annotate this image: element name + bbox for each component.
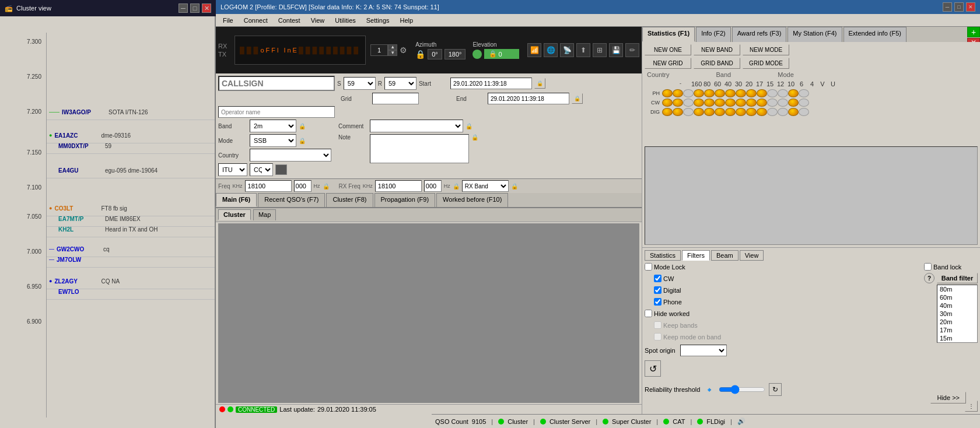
app-minimize-btn[interactable]: ─	[943, 2, 952, 12]
cluster-tab-beam[interactable]: Beam	[711, 250, 738, 261]
band-filter-80m[interactable]: 80m	[937, 285, 977, 293]
wifi-icon-btn[interactable]: 📶	[527, 43, 541, 57]
callsign[interactable]: ZL2AGY	[54, 278, 101, 285]
callsign[interactable]: EA4GU	[58, 167, 105, 174]
callsign[interactable]: EW7LO	[58, 289, 105, 295]
tab-worked[interactable]: Worked before (F10)	[436, 193, 508, 207]
list-item[interactable]: ● EA1AZC dme-09316	[47, 132, 215, 143]
pen-icon-btn[interactable]: ✏	[625, 43, 639, 57]
tab-cluster[interactable]: Cluster (F8)	[326, 193, 373, 207]
list-item[interactable]: — GW2CWO cq	[47, 245, 215, 257]
callsign[interactable]: KH2L	[58, 226, 105, 233]
rx-band-lock-icon[interactable]: 🔒	[511, 183, 518, 190]
rx-freq-lock-icon[interactable]: 🔒	[453, 183, 460, 190]
list-item[interactable]: —— IW3AGO/P SOTA I/TN-126	[47, 108, 215, 120]
cluster-close-btn[interactable]: ✕	[202, 3, 211, 13]
menu-connect[interactable]: Connect	[239, 16, 272, 25]
cluster-tab-stats[interactable]: Statistics	[645, 250, 681, 261]
operator-input[interactable]	[218, 106, 335, 118]
note-lock-icon[interactable]: 🔒	[471, 134, 478, 141]
spinner-up-btn[interactable]: ▲	[388, 44, 397, 50]
menu-contest[interactable]: Contest	[274, 16, 305, 25]
app-close-btn[interactable]: ✕	[966, 2, 975, 12]
callsign-input[interactable]	[218, 76, 335, 91]
extra-btn[interactable]: ⋮	[965, 401, 978, 412]
end-lock-btn[interactable]: 🔒	[572, 93, 583, 104]
grid-input[interactable]	[372, 93, 419, 104]
arrow-up-icon-btn[interactable]: ⬆	[576, 43, 590, 57]
list-item[interactable]: EW7LO	[47, 288, 215, 300]
menu-settings[interactable]: Settings	[362, 16, 394, 25]
cluster-minimize-btn[interactable]: ─	[178, 3, 188, 13]
new-band-btn[interactable]: NEW BAND	[694, 44, 740, 55]
s-select[interactable]: 595755	[344, 77, 376, 90]
callsign[interactable]: EA1AZC	[54, 132, 101, 139]
rx-freq-milli-input[interactable]	[424, 180, 442, 192]
refresh-btn[interactable]: ↻	[769, 383, 782, 396]
list-item[interactable]: ● CO3LT FT8 fb sig	[47, 205, 215, 216]
list-item[interactable]: EA7MT/P DME IM86EX	[47, 215, 215, 227]
grid-icon-btn[interactable]: ⊞	[593, 43, 607, 57]
start-datetime[interactable]	[450, 78, 532, 89]
new-mode-btn[interactable]: NEW MODE	[743, 44, 789, 55]
keep-mode-checkbox[interactable]	[654, 333, 662, 341]
cluster-tab-map[interactable]: Map	[253, 209, 276, 220]
band-filter-60m[interactable]: 60m	[937, 293, 977, 301]
new-one-btn[interactable]: NEW ONE	[645, 44, 691, 55]
itu-select[interactable]: ITU	[218, 163, 247, 176]
callsign[interactable]: CO3LT	[54, 205, 101, 212]
menu-file[interactable]: File	[218, 16, 238, 25]
callsign[interactable]: EA7MT/P	[58, 216, 105, 222]
comment-select[interactable]	[370, 120, 463, 132]
start-lock-btn[interactable]: 🔒	[534, 78, 545, 89]
elevation-lock[interactable]: 🔒	[489, 50, 497, 58]
list-item[interactable]: ● ZL2AGY CQ NA	[47, 278, 215, 289]
callsign[interactable]: IW3AGO/P	[62, 109, 108, 115]
freq-milli-input[interactable]	[294, 180, 312, 192]
help-btn[interactable]: ?	[924, 273, 935, 283]
callsign[interactable]: GW2CWO	[57, 246, 103, 252]
tab-propagation[interactable]: Propagation (F9)	[374, 193, 436, 207]
info-tab-mystation[interactable]: My Station (F4)	[788, 27, 842, 42]
globe-icon-btn[interactable]: 🌐	[544, 43, 558, 57]
info-tab-extended[interactable]: Extended info (F5)	[844, 27, 907, 42]
list-item[interactable]: KH2L Heard in TX and OH	[47, 226, 215, 237]
antenna-icon-btn[interactable]: 📡	[560, 43, 574, 57]
mode-lock-icon[interactable]: 🔒	[299, 138, 306, 144]
freq-lock-icon[interactable]: 🔒	[323, 183, 330, 190]
band-filter-label[interactable]: Band filter	[937, 273, 978, 283]
rx-band-select[interactable]: RX Band	[462, 180, 509, 192]
band-filter-15m[interactable]: 15m	[937, 334, 977, 342]
cq-select[interactable]: CQ	[250, 163, 273, 176]
cw-checkbox[interactable]	[654, 275, 662, 282]
lock-icon-azimuth[interactable]: 🔒	[415, 50, 425, 59]
callsign[interactable]: MM0DXT/P	[58, 143, 105, 149]
note-textarea[interactable]	[370, 134, 469, 163]
cluster-maximize-btn[interactable]: □	[190, 3, 200, 13]
new-grid-btn[interactable]: NEW GRID	[645, 58, 691, 69]
menu-view[interactable]: View	[306, 16, 330, 25]
callsign[interactable]: JM7OLW	[57, 257, 103, 263]
band-filter-40m[interactable]: 40m	[937, 301, 977, 310]
band-filter-list[interactable]: 80m 60m 40m 30m 20m 17m 15m	[937, 285, 978, 343]
grid-band-btn[interactable]: GRID BAND	[694, 58, 740, 69]
reload-btn[interactable]: ↺	[645, 360, 661, 377]
mode-lock-checkbox[interactable]	[645, 263, 652, 271]
end-datetime[interactable]	[488, 93, 569, 104]
hide-btn[interactable]: Hide >>	[930, 392, 966, 404]
menu-help[interactable]: Help	[396, 16, 418, 25]
rx-freq-input[interactable]	[375, 180, 422, 192]
band-filter-30m[interactable]: 30m	[937, 310, 977, 318]
cluster-tab-cluster[interactable]: Cluster	[218, 209, 251, 220]
cluster-tab-view[interactable]: View	[740, 250, 764, 261]
r-select[interactable]: 595755	[384, 77, 416, 90]
tab-recent[interactable]: Recent QSO's (F7)	[258, 193, 325, 207]
spinner-value[interactable]	[370, 44, 388, 56]
band-filter-17m[interactable]: 17m	[937, 326, 977, 334]
info-tab-info[interactable]: Info (F2)	[696, 27, 731, 42]
spot-origin-select[interactable]	[680, 345, 727, 356]
reliability-slider[interactable]	[719, 385, 765, 394]
mode-select[interactable]: SSBCWFM	[250, 134, 296, 147]
band-lock-icon[interactable]: 🔒	[299, 123, 306, 129]
add-icon-btn[interactable]: +	[967, 27, 980, 37]
